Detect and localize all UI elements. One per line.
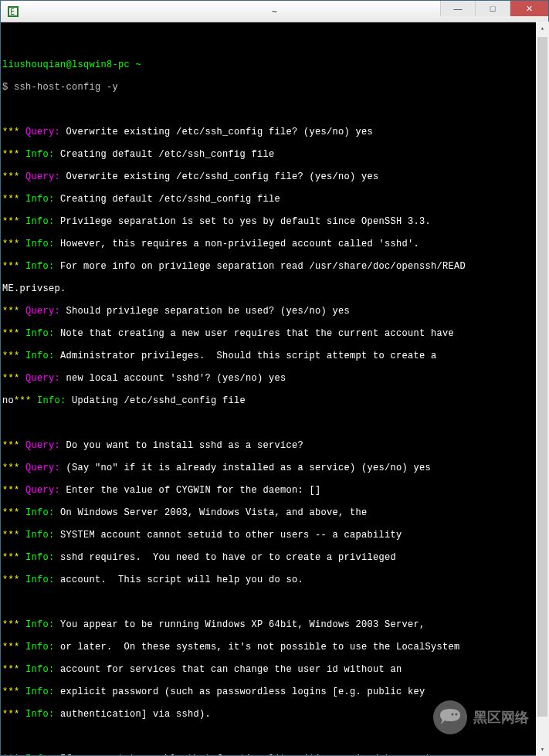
watermark-text: 黑区网络 <box>473 708 529 727</box>
close-button[interactable]: ✕ <box>510 1 548 16</box>
scroll-up-button[interactable]: ▴ <box>536 22 549 35</box>
window-title: ~ <box>272 6 277 17</box>
scroll-down-button[interactable]: ▾ <box>536 743 549 756</box>
terminal-body[interactable]: liushouqian@lsqwin8-pc ~ $ ssh-host-conf… <box>1 22 548 755</box>
command-line: $ ssh-host-config -y <box>2 82 537 93</box>
titlebar[interactable]: E ~ — □ ✕ <box>1 1 548 22</box>
watermark-logo-icon <box>433 700 467 734</box>
terminal-output: liushouqian@lsqwin8-pc ~ $ ssh-host-conf… <box>2 25 537 755</box>
svg-point-2 <box>451 713 453 715</box>
window-controls: — □ ✕ <box>440 1 548 22</box>
terminal-window: E ~ — □ ✕ liushouqian@lsqwin8-pc ~ $ ssh… <box>0 0 549 756</box>
svg-text:E: E <box>10 8 15 16</box>
minimize-button[interactable]: — <box>440 1 475 16</box>
scrollbar[interactable]: ▴ ▾ <box>536 22 549 756</box>
watermark: 黑区网络 <box>433 700 529 734</box>
svg-point-3 <box>455 713 457 715</box>
prompt-line: liushouqian@lsqwin8-pc ~ <box>2 59 537 71</box>
scrollbar-thumb[interactable] <box>537 37 547 717</box>
maximize-button[interactable]: □ <box>475 1 510 16</box>
app-icon: E <box>7 5 19 18</box>
